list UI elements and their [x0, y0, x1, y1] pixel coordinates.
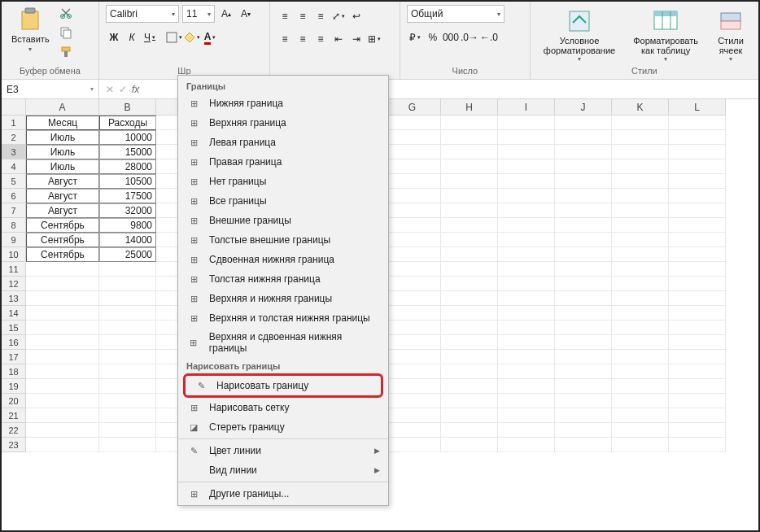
cell[interactable] [99, 291, 156, 306]
cell[interactable] [441, 321, 498, 335]
cell[interactable] [612, 262, 669, 277]
cell[interactable] [441, 335, 498, 350]
cell[interactable] [612, 277, 669, 291]
cell[interactable] [26, 306, 99, 321]
cell[interactable] [384, 364, 441, 379]
cell[interactable] [498, 189, 555, 203]
cell[interactable] [498, 277, 555, 291]
row-header[interactable]: 15 [2, 321, 26, 335]
cell[interactable] [669, 203, 726, 218]
cell[interactable] [498, 438, 555, 452]
cell[interactable] [441, 159, 498, 174]
cell[interactable] [441, 291, 498, 306]
cut-button[interactable] [58, 5, 74, 21]
cell[interactable] [99, 262, 156, 277]
cell[interactable] [555, 350, 612, 364]
cell[interactable] [99, 335, 156, 350]
cell[interactable] [441, 350, 498, 364]
cancel-icon[interactable]: ✕ [106, 84, 114, 95]
cell[interactable] [669, 262, 726, 277]
cell[interactable] [555, 130, 612, 145]
cell[interactable] [384, 116, 441, 130]
cell[interactable] [384, 335, 441, 350]
font-color-button[interactable]: A▾ [202, 29, 218, 46]
cell[interactable] [669, 130, 726, 145]
row-header[interactable]: 17 [2, 350, 26, 364]
cell[interactable]: Август [26, 203, 99, 218]
cell[interactable] [669, 247, 726, 262]
cell[interactable] [555, 364, 612, 379]
row-header[interactable]: 11 [2, 262, 26, 277]
percent-button[interactable]: % [425, 29, 441, 46]
column-header[interactable]: B [99, 99, 156, 116]
cell[interactable] [669, 379, 726, 394]
copy-button[interactable] [58, 24, 74, 41]
italic-button[interactable]: К [124, 29, 140, 46]
row-header[interactable]: 18 [2, 364, 26, 379]
row-header[interactable]: 1 [2, 116, 26, 130]
row-header[interactable]: 20 [2, 394, 26, 408]
cell[interactable] [498, 130, 555, 145]
cell[interactable] [384, 145, 441, 159]
cell[interactable]: Август [26, 174, 99, 189]
cell[interactable] [669, 277, 726, 291]
cell[interactable] [99, 321, 156, 335]
align-right-button[interactable]: ≡ [312, 31, 329, 47]
cell[interactable]: 14000 [99, 233, 156, 247]
cell[interactable] [441, 145, 498, 159]
menu-item-border-option[interactable]: ⊞Левая граница [178, 133, 388, 152]
cell[interactable]: Сентябрь [26, 247, 99, 262]
menu-item-border-option[interactable]: ⊞Верхняя граница [178, 113, 388, 133]
align-left-button[interactable]: ≡ [277, 31, 293, 47]
cell[interactable] [441, 379, 498, 394]
cell[interactable] [26, 438, 99, 452]
cell[interactable]: 10000 [99, 130, 156, 145]
cell[interactable] [555, 218, 612, 233]
column-header[interactable]: J [555, 99, 612, 116]
orientation-button[interactable]: ⤢▾ [330, 8, 347, 24]
menu-item-line-style[interactable]: Вид линии ▶ [178, 460, 388, 480]
cell[interactable] [669, 233, 726, 247]
cell[interactable] [26, 277, 99, 291]
cell[interactable] [612, 203, 669, 218]
cell[interactable] [26, 262, 99, 277]
cell[interactable] [555, 159, 612, 174]
cell[interactable] [26, 394, 99, 408]
cell[interactable] [498, 218, 555, 233]
cell[interactable]: 9800 [99, 218, 156, 233]
cell[interactable] [612, 218, 669, 233]
cell[interactable]: Июль [26, 145, 99, 159]
cell[interactable]: Август [26, 189, 99, 203]
cell[interactable] [384, 277, 441, 291]
conditional-formatting-button[interactable]: Условное форматирование▾ [537, 5, 622, 64]
currency-button[interactable]: ₽▾ [407, 29, 423, 46]
menu-item-border-option[interactable]: ⊞Толстые внешние границы [178, 230, 388, 250]
align-top-button[interactable]: ≡ [277, 8, 293, 24]
cell[interactable] [555, 379, 612, 394]
cell[interactable] [669, 145, 726, 159]
cell[interactable] [669, 321, 726, 335]
cell[interactable] [498, 116, 555, 130]
menu-item-border-option[interactable]: ⊞Нижняя граница [178, 94, 388, 113]
cell[interactable] [498, 423, 555, 438]
cell[interactable] [26, 364, 99, 379]
cell[interactable] [669, 116, 726, 130]
cell[interactable] [555, 408, 612, 423]
cell[interactable] [384, 379, 441, 394]
menu-item-draw-grid[interactable]: ⊞ Нарисовать сетку [178, 398, 388, 417]
cell-styles-button[interactable]: Стили ячеек▾ [710, 5, 752, 64]
name-box[interactable]: E3▾ [2, 80, 99, 98]
row-header[interactable]: 22 [2, 423, 26, 438]
cell[interactable] [555, 174, 612, 189]
cell[interactable] [669, 159, 726, 174]
cell[interactable] [99, 379, 156, 394]
cell[interactable] [555, 145, 612, 159]
cell[interactable] [669, 306, 726, 321]
menu-item-border-option[interactable]: ⊞Внешние границы [178, 211, 388, 230]
align-bottom-button[interactable]: ≡ [312, 8, 329, 24]
cell[interactable] [498, 262, 555, 277]
menu-item-border-option[interactable]: ⊞Верхняя и нижняя границы [178, 289, 388, 308]
cell[interactable] [441, 130, 498, 145]
row-header[interactable]: 2 [2, 130, 26, 145]
cell[interactable] [441, 247, 498, 262]
